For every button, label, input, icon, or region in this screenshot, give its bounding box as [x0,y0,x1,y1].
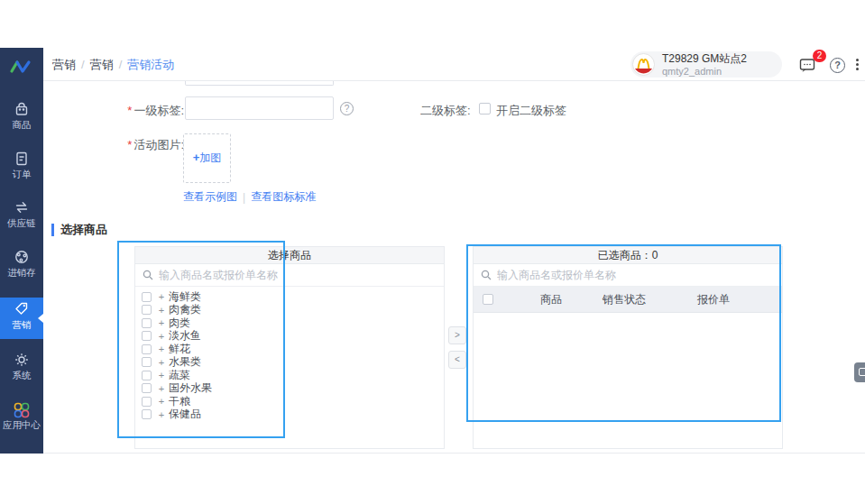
selected-search-input[interactable] [497,269,775,281]
exchange-arrows-icon [0,196,43,217]
sidebar-item-inventory[interactable]: 进销存 [0,245,43,287]
breadcrumb: 营销 / 营销 / 营销活动 [52,48,174,81]
expand-icon[interactable]: + [157,305,166,316]
select-all-checkbox[interactable] [483,294,493,305]
user-account-pill[interactable]: T29829 GM站点2 qmty2_admin [630,51,782,78]
breadcrumb-separator: / [81,58,85,71]
breadcrumb-item[interactable]: 营销 [90,57,114,73]
checkbox[interactable] [142,292,152,302]
expand-icon[interactable]: + [157,291,166,302]
avatar [632,53,655,76]
breadcrumb-separator: / [119,58,123,71]
sidebar-item-marketing[interactable]: 营销 [0,298,43,339]
sidebar-item-label: 商品 [1,119,42,130]
link-divider: | [243,191,245,204]
selected-panel-title: 已选商品：0 [474,247,782,264]
expand-icon[interactable]: + [157,409,166,420]
bag-icon [0,97,43,119]
picker-search-input[interactable] [159,269,437,281]
more-menu-button[interactable] [852,59,861,78]
document-icon [0,147,43,169]
section-accent-bar [51,224,54,236]
sidebar-item-label: 供应链 [1,217,42,228]
move-right-button[interactable]: > [448,326,466,344]
user-text: T29829 GM站点2 qmty2_admin [662,53,747,77]
sidebar: 商品 订单 供应链 [0,48,43,454]
checkbox[interactable] [142,331,152,341]
add-image-button-text: +加图 [193,151,222,166]
breadcrumb-item[interactable]: 营销 [52,57,76,73]
checkbox[interactable] [142,397,152,407]
breadcrumb-item-current[interactable]: 营销活动 [127,57,174,73]
sidebar-item-orders[interactable]: 订单 [0,147,43,188]
column-header-sale-status: 销售状态 [603,287,646,313]
checkbox[interactable] [142,357,152,367]
tag-icon [0,298,43,319]
app-window: 商品 订单 供应链 [0,0,865,504]
sphere-nodes-icon [0,245,43,267]
checkbox[interactable] [142,305,152,315]
expand-icon[interactable]: + [157,357,166,368]
expand-icon[interactable]: + [157,383,166,394]
category-tree: +海鲜类 +肉禽类 +肉类 +淡水鱼 +鲜花 +水果类 +蔬菜 +国外水果 +干… [135,287,444,421]
expand-icon[interactable]: + [157,370,166,380]
expand-icon[interactable]: + [157,344,166,354]
selected-table-header: 商品 销售状态 报价单 [474,287,782,313]
sidebar-item-label: 系统 [1,370,42,380]
selected-count: 0 [652,249,658,261]
secondary-tag-checkbox[interactable] [479,103,491,115]
search-icon [481,270,492,280]
move-left-button[interactable]: < [448,351,466,369]
sidebar-item-supply-chain[interactable]: 供应链 [0,196,43,237]
sidebar-item-system[interactable]: 系统 [0,348,43,389]
expand-icon[interactable]: + [157,396,166,407]
primary-tag-input[interactable] [185,96,334,120]
view-icon-standard-link[interactable]: 查看图标标准 [251,189,316,205]
picker-panel-title: 选择商品 [135,247,444,264]
sidebar-item-label: 进销存 [1,267,42,278]
notification-badge: 2 [813,50,826,62]
secondary-tag-label: 二级标签: [420,103,476,119]
gear-icon [0,348,43,370]
sidebar-item-label: 订单 [1,169,42,179]
sidebar-item-app-center[interactable]: 应用中心 [0,398,43,439]
tree-item-health-products[interactable]: +保健品 [142,408,444,422]
primary-tag-label: *一级标签: [108,103,184,119]
picker-search-row [135,264,444,287]
required-mark: * [127,138,132,151]
selected-search-row [474,264,782,287]
product-picker-panel: 选择商品 +海鲜类 +肉禽类 +肉类 +淡水鱼 +鲜花 +水果类 +蔬菜 +国外… [134,246,445,449]
section-header: 选择商品 [51,222,107,238]
app-logo-icon [0,55,43,78]
checkbox[interactable] [142,344,152,354]
user-title: T29829 GM站点2 [662,53,747,64]
expand-icon[interactable]: + [157,317,166,328]
checkbox[interactable] [142,371,152,380]
main-content: *一级标签: ? 二级标签: 开启二级标签 *活动图片: +加图 查看示例图 |… [43,81,865,454]
search-icon [143,270,153,280]
checkbox[interactable] [142,409,152,419]
selected-products-panel: 已选商品：0 商品 销售状态 报价单 [473,246,783,449]
add-image-button[interactable]: +加图 [183,133,231,183]
checkbox[interactable] [142,383,152,393]
sidebar-item-goods[interactable]: 商品 [0,97,43,139]
app-center-clover-icon [0,398,43,419]
expand-icon[interactable]: + [157,331,166,342]
checkbox[interactable] [142,318,152,328]
sidebar-item-label: 应用中心 [1,419,42,430]
floating-edge-widget[interactable] [854,362,865,382]
messages-button[interactable]: 2 [798,56,818,76]
image-links: 查看示例图 | 查看图标标准 [183,189,316,205]
required-mark: * [127,104,132,117]
activity-image-label: *活动图片: [108,137,184,153]
sidebar-item-label: 营销 [1,319,42,330]
primary-tag-help-icon[interactable]: ? [340,102,354,115]
column-header-product: 商品 [540,287,562,313]
user-subtitle: qmty2_admin [662,66,747,77]
scrolled-input-remnant [185,81,334,86]
top-bar: 营销 / 营销 / 营销活动 T29829 GM站点2 qmty2_admin [43,48,865,81]
secondary-tag-checkbox-label: 开启二级标签 [496,103,566,119]
widget-icon [859,368,865,376]
view-example-link[interactable]: 查看示例图 [183,189,237,205]
help-button[interactable]: ? [830,58,845,73]
